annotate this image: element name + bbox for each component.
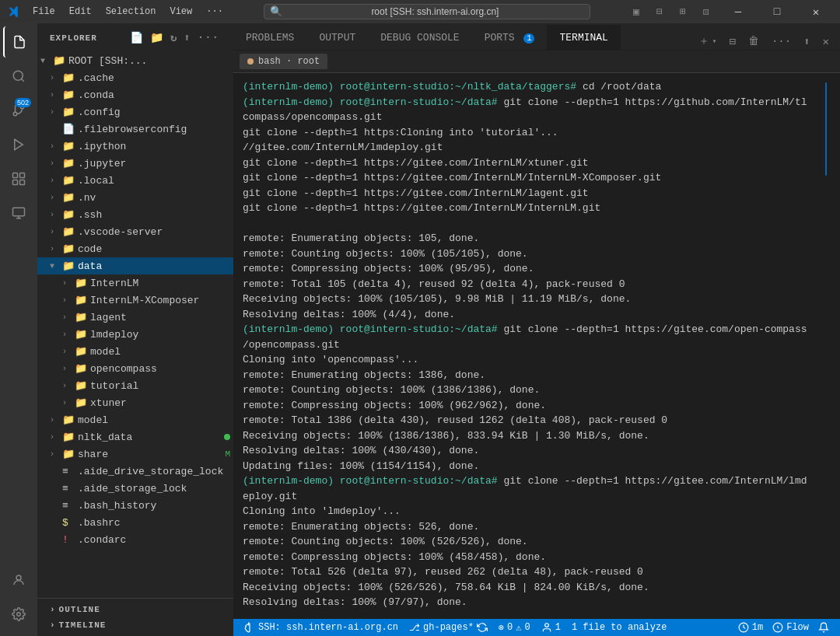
sync-icon xyxy=(477,622,488,633)
tab-terminal[interactable]: TERMINAL xyxy=(547,25,620,50)
activity-settings[interactable] xyxy=(3,599,34,630)
minimize-button[interactable]: — xyxy=(720,0,756,23)
tree-item-nv[interactable]: › 📁 .nv xyxy=(37,189,233,206)
sidebar: EXPLORER 📄 📁 ↻ ⬆ ··· ▼ 📁 ROOT [SSH:... ›… xyxy=(37,23,233,636)
tree-item-jupyter[interactable]: › 📁 .jupyter xyxy=(37,155,233,172)
term-line: git clone --depth=1 https://gitee.com/In… xyxy=(243,201,821,216)
tree-item-xtuner[interactable]: › 📁 xtuner xyxy=(37,394,233,411)
more-terminal-btn[interactable]: ··· xyxy=(767,33,796,49)
tree-item-aide-drive[interactable]: ≡ .aide_drive_storage_lock xyxy=(37,463,233,480)
tree-item-cache[interactable]: › 📁 .cache xyxy=(37,69,233,86)
activity-accounts[interactable] xyxy=(3,564,34,596)
tree-item-opencompass[interactable]: › 📁 opencompass xyxy=(37,360,233,377)
term-line: Updating files: 100% (455/455), done. xyxy=(243,610,821,613)
layout-btn-2[interactable]: ⊟ xyxy=(649,4,670,19)
tree-item-data[interactable]: ▼ 📁 data xyxy=(37,257,233,274)
tree-item-local[interactable]: › 📁 .local xyxy=(37,172,233,189)
close-button[interactable]: ✕ xyxy=(798,0,834,23)
terminal-dot xyxy=(247,58,254,65)
svg-point-15 xyxy=(544,624,548,627)
tree-item-share[interactable]: › 📁 share M xyxy=(37,446,233,463)
tree-root[interactable]: ▼ 📁 ROOT [SSH:... xyxy=(37,52,233,69)
tree-item-config[interactable]: › 📁 .config xyxy=(37,103,233,121)
terminal-content: (internlm-demo) root@intern-studio:~/nlt… xyxy=(243,79,821,613)
tab-debug-console[interactable]: DEBUG CONSOLE xyxy=(368,25,471,50)
tree-item-model-sub[interactable]: › 📁 model xyxy=(37,343,233,360)
activity-search[interactable] xyxy=(3,61,34,92)
term-line: //gitee.com/InternLM/lmdeploy.git xyxy=(243,140,821,156)
term-line: remote: Compressing objects: 100% (962/9… xyxy=(243,398,821,414)
tree-item-lmdeploy[interactable]: › 📁 lmdeploy xyxy=(37,326,233,343)
status-remote[interactable]: SSH: ssh.intern-ai.org.cn xyxy=(240,619,403,636)
close-panel-btn[interactable]: ✕ xyxy=(818,33,834,50)
menu-selection[interactable]: Selection xyxy=(100,5,163,19)
menu-more[interactable]: ··· xyxy=(200,5,229,19)
status-branch[interactable]: ⎇ gh-pages* xyxy=(404,619,492,636)
new-folder-icon[interactable]: 📁 xyxy=(149,30,166,46)
tree-item-tutorial[interactable]: › 📁 tutorial xyxy=(37,377,233,394)
menu-edit[interactable]: Edit xyxy=(63,5,98,19)
tree-item-internlm-xcomposer[interactable]: › 📁 InternLM-XComposer xyxy=(37,292,233,309)
new-file-icon[interactable]: 📄 xyxy=(128,30,145,46)
dropdown-icon: ▾ xyxy=(712,37,716,46)
new-terminal-btn[interactable]: ＋ ▾ xyxy=(694,33,721,50)
split-terminal-btn[interactable]: ⊟ xyxy=(724,33,740,50)
outline-section[interactable]: › OUTLINE xyxy=(37,602,233,617)
svg-rect-7 xyxy=(20,173,25,178)
status-notifications[interactable] xyxy=(814,619,834,636)
search-input[interactable] xyxy=(264,4,590,19)
tree-item-conda[interactable]: › 📁 .conda xyxy=(37,86,233,103)
panel-tab-bar: PROBLEMS OUTPUT DEBUG CONSOLE PORTS 1 TE… xyxy=(233,23,840,51)
tree-item-internlm[interactable]: › 📁 InternLM xyxy=(37,274,233,292)
tree-item-bashrc[interactable]: $ .bashrc xyxy=(37,514,233,531)
tab-output[interactable]: OUTPUT xyxy=(306,25,368,50)
status-users[interactable]: 1 xyxy=(537,619,565,636)
term-line: remote: Enumerating objects: 526, done. xyxy=(243,519,821,535)
maximize-button[interactable]: □ xyxy=(759,0,795,23)
tree-item-model[interactable]: › 📁 model xyxy=(37,411,233,428)
status-time[interactable]: 1m xyxy=(733,619,768,636)
tree-item-ipython[interactable]: › 📁 .ipython xyxy=(37,138,233,155)
menu-file[interactable]: File xyxy=(26,5,61,19)
tree-item-code[interactable]: › 📁 code xyxy=(37,240,233,257)
tab-ports[interactable]: PORTS 1 xyxy=(472,25,548,50)
tree-item-ssh[interactable]: › 📁 .ssh xyxy=(37,206,233,223)
status-errors[interactable]: ⊗ 0 ⚠ 0 xyxy=(494,619,535,636)
term-line: /opencompass.git xyxy=(243,337,821,353)
tree-item-condarc[interactable]: ! .condarc xyxy=(37,531,233,548)
tab-problems[interactable]: PROBLEMS xyxy=(233,25,306,50)
term-line: remote: Total 1386 (delta 430), reused 1… xyxy=(243,413,821,428)
root-label: ROOT [SSH:... xyxy=(68,55,230,67)
layout-btn-1[interactable]: ▣ xyxy=(625,4,647,19)
terminal-body[interactable]: (internlm-demo) root@intern-studio:~/nlt… xyxy=(233,73,840,619)
term-line: (internlm-demo) root@intern-studio:~/dat… xyxy=(243,322,821,337)
time-label: 1m xyxy=(752,622,763,633)
menu-view[interactable]: View xyxy=(163,5,198,19)
kill-terminal-btn[interactable]: 🗑 xyxy=(744,33,764,49)
status-analyze[interactable]: 1 file to analyze xyxy=(567,619,671,636)
minimap-indicator xyxy=(825,82,827,176)
activity-extensions[interactable] xyxy=(3,163,34,194)
tree-item-nltk-data[interactable]: › 📁 nltk_data xyxy=(37,428,233,446)
sidebar-title: EXPLORER xyxy=(50,33,97,43)
maximize-panel-btn[interactable]: ⬆ xyxy=(799,33,814,50)
collapse-icon[interactable]: ⬆ xyxy=(182,30,192,46)
term-line: (internlm-demo) root@intern-studio:~/dat… xyxy=(243,95,821,110)
refresh-icon[interactable]: ↻ xyxy=(169,30,179,46)
layout-btn-3[interactable]: ⊞ xyxy=(672,4,694,19)
tree-item-filebrowserconfig[interactable]: 📄 .filebrowserconfig xyxy=(37,121,233,138)
tree-item-aide-storage[interactable]: ≡ .aide_storage_lock xyxy=(37,480,233,497)
activity-explorer[interactable] xyxy=(3,26,34,58)
tree-item-vscode-server[interactable]: › 📁 .vscode-server xyxy=(37,223,233,240)
activity-source-control[interactable]: 502 xyxy=(3,95,34,126)
activity-remote-explorer[interactable] xyxy=(3,197,34,229)
terminal-instance-bash-root[interactable]: bash · root xyxy=(240,54,327,69)
timeline-section[interactable]: › TIMELINE xyxy=(37,617,233,633)
activity-run[interactable] xyxy=(3,129,34,160)
layout-btn-4[interactable]: ⚄ xyxy=(695,4,717,19)
status-flow[interactable]: Flow xyxy=(768,619,814,636)
tree-item-lagent[interactable]: › 📁 lagent xyxy=(37,309,233,326)
more-icon[interactable]: ··· xyxy=(196,30,221,46)
tree-item-bash-history[interactable]: ≡ .bash_history xyxy=(37,497,233,514)
error-count: 0 xyxy=(507,622,513,633)
